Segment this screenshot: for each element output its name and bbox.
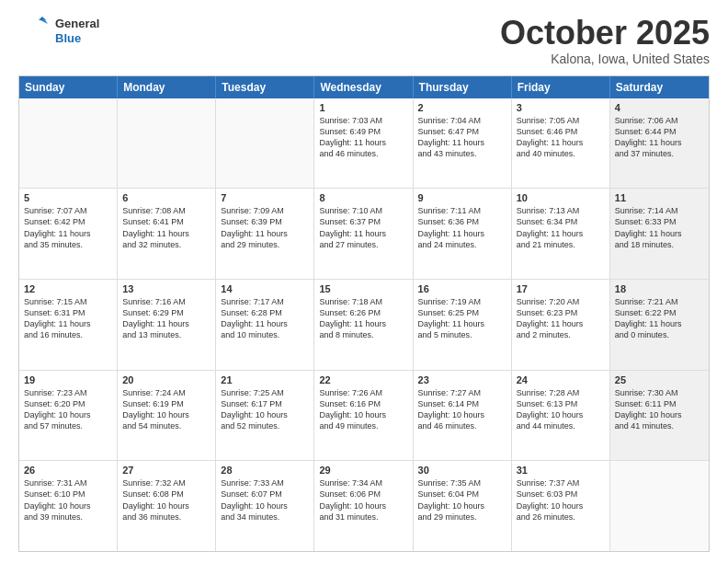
day-number: 20: [122, 374, 210, 385]
day-number: 6: [122, 192, 210, 203]
day-number: 7: [221, 192, 309, 203]
day-number: 8: [319, 192, 407, 203]
calendar-cell: 20Sunrise: 7:24 AM Sunset: 6:19 PM Dayli…: [118, 371, 216, 461]
cell-info: Sunrise: 7:35 AM Sunset: 6:04 PM Dayligh…: [418, 477, 506, 523]
header-day-friday: Friday: [512, 76, 610, 98]
day-number: 2: [418, 102, 506, 113]
month-title: October 2025: [500, 15, 710, 52]
calendar-cell: 18Sunrise: 7:21 AM Sunset: 6:22 PM Dayli…: [610, 280, 709, 370]
header: General Blue October 2025 Kalona, Iowa, …: [18, 15, 710, 66]
day-number: 10: [517, 192, 605, 203]
day-number: 9: [418, 192, 506, 203]
calendar-cell: 1Sunrise: 7:03 AM Sunset: 6:49 PM Daylig…: [314, 98, 413, 189]
header-day-wednesday: Wednesday: [314, 76, 413, 98]
cell-info: Sunrise: 7:32 AM Sunset: 6:08 PM Dayligh…: [122, 477, 210, 523]
header-day-monday: Monday: [118, 76, 216, 98]
calendar-cell: 30Sunrise: 7:35 AM Sunset: 6:04 PM Dayli…: [414, 461, 512, 551]
calendar-cell: 13Sunrise: 7:16 AM Sunset: 6:29 PM Dayli…: [118, 280, 216, 370]
calendar-cell: 9Sunrise: 7:11 AM Sunset: 6:36 PM Daylig…: [414, 189, 512, 279]
cell-info: Sunrise: 7:16 AM Sunset: 6:29 PM Dayligh…: [122, 296, 210, 341]
calendar-cell: 7Sunrise: 7:09 AM Sunset: 6:39 PM Daylig…: [216, 189, 314, 279]
day-number: 17: [517, 283, 605, 294]
calendar-cell: 27Sunrise: 7:32 AM Sunset: 6:08 PM Dayli…: [118, 461, 216, 551]
day-number: 14: [221, 283, 309, 294]
title-block: October 2025 Kalona, Iowa, United States: [500, 15, 710, 66]
header-day-sunday: Sunday: [19, 76, 118, 98]
logo-container: General Blue: [18, 15, 99, 48]
day-number: 27: [122, 465, 210, 476]
cell-info: Sunrise: 7:27 AM Sunset: 6:14 PM Dayligh…: [418, 387, 506, 432]
cell-info: Sunrise: 7:37 AM Sunset: 6:03 PM Dayligh…: [517, 477, 605, 523]
logo: General Blue: [18, 15, 99, 48]
cell-info: Sunrise: 7:20 AM Sunset: 6:23 PM Dayligh…: [517, 296, 605, 341]
calendar-cell: [216, 98, 314, 189]
calendar-cell: [118, 98, 216, 189]
calendar-cell: 4Sunrise: 7:06 AM Sunset: 6:44 PM Daylig…: [610, 98, 709, 189]
calendar-cell: 21Sunrise: 7:25 AM Sunset: 6:17 PM Dayli…: [216, 371, 314, 461]
day-number: 21: [221, 374, 309, 385]
cell-info: Sunrise: 7:23 AM Sunset: 6:20 PM Dayligh…: [24, 387, 112, 432]
cell-info: Sunrise: 7:15 AM Sunset: 6:31 PM Dayligh…: [24, 296, 112, 341]
day-number: 3: [517, 102, 605, 113]
calendar: SundayMondayTuesdayWednesdayThursdayFrid…: [18, 75, 710, 552]
cell-info: Sunrise: 7:25 AM Sunset: 6:17 PM Dayligh…: [221, 387, 309, 432]
cell-info: Sunrise: 7:08 AM Sunset: 6:41 PM Dayligh…: [122, 205, 210, 250]
calendar-cell: 5Sunrise: 7:07 AM Sunset: 6:42 PM Daylig…: [19, 189, 118, 279]
page: General Blue October 2025 Kalona, Iowa, …: [0, 0, 728, 563]
cell-info: Sunrise: 7:18 AM Sunset: 6:26 PM Dayligh…: [319, 296, 407, 341]
calendar-body: 1Sunrise: 7:03 AM Sunset: 6:49 PM Daylig…: [19, 98, 709, 551]
day-number: 25: [615, 374, 704, 385]
week-row-2: 5Sunrise: 7:07 AM Sunset: 6:42 PM Daylig…: [19, 189, 709, 280]
day-number: 12: [24, 283, 112, 294]
calendar-cell: 16Sunrise: 7:19 AM Sunset: 6:25 PM Dayli…: [414, 280, 512, 370]
cell-info: Sunrise: 7:33 AM Sunset: 6:07 PM Dayligh…: [221, 477, 309, 523]
calendar-cell: 31Sunrise: 7:37 AM Sunset: 6:03 PM Dayli…: [512, 461, 610, 551]
cell-info: Sunrise: 7:10 AM Sunset: 6:37 PM Dayligh…: [319, 205, 407, 250]
calendar-cell: 3Sunrise: 7:05 AM Sunset: 6:46 PM Daylig…: [512, 98, 610, 189]
cell-info: Sunrise: 7:19 AM Sunset: 6:25 PM Dayligh…: [418, 296, 506, 341]
cell-info: Sunrise: 7:13 AM Sunset: 6:34 PM Dayligh…: [517, 205, 605, 250]
calendar-cell: 23Sunrise: 7:27 AM Sunset: 6:14 PM Dayli…: [414, 371, 512, 461]
logo-text: General Blue: [55, 17, 99, 45]
calendar-cell: 12Sunrise: 7:15 AM Sunset: 6:31 PM Dayli…: [19, 280, 118, 370]
calendar-cell: 11Sunrise: 7:14 AM Sunset: 6:33 PM Dayli…: [610, 189, 709, 279]
cell-info: Sunrise: 7:14 AM Sunset: 6:33 PM Dayligh…: [615, 205, 704, 250]
cell-info: Sunrise: 7:34 AM Sunset: 6:06 PM Dayligh…: [319, 477, 407, 523]
cell-info: Sunrise: 7:31 AM Sunset: 6:10 PM Dayligh…: [24, 477, 112, 523]
day-number: 18: [615, 283, 704, 294]
day-number: 11: [615, 192, 704, 203]
calendar-cell: 6Sunrise: 7:08 AM Sunset: 6:41 PM Daylig…: [118, 189, 216, 279]
cell-info: Sunrise: 7:28 AM Sunset: 6:13 PM Dayligh…: [517, 387, 605, 432]
day-number: 13: [122, 283, 210, 294]
cell-info: Sunrise: 7:07 AM Sunset: 6:42 PM Dayligh…: [24, 205, 112, 250]
calendar-cell: 26Sunrise: 7:31 AM Sunset: 6:10 PM Dayli…: [19, 461, 118, 551]
day-number: 23: [418, 374, 506, 385]
cell-info: Sunrise: 7:09 AM Sunset: 6:39 PM Dayligh…: [221, 205, 309, 250]
week-row-3: 12Sunrise: 7:15 AM Sunset: 6:31 PM Dayli…: [19, 280, 709, 371]
cell-info: Sunrise: 7:17 AM Sunset: 6:28 PM Dayligh…: [221, 296, 309, 341]
cell-info: Sunrise: 7:21 AM Sunset: 6:22 PM Dayligh…: [615, 296, 704, 341]
cell-info: Sunrise: 7:30 AM Sunset: 6:11 PM Dayligh…: [615, 387, 704, 432]
calendar-cell: 29Sunrise: 7:34 AM Sunset: 6:06 PM Dayli…: [314, 461, 413, 551]
calendar-header: SundayMondayTuesdayWednesdayThursdayFrid…: [19, 76, 709, 98]
cell-info: Sunrise: 7:05 AM Sunset: 6:46 PM Dayligh…: [517, 115, 605, 160]
calendar-cell: 28Sunrise: 7:33 AM Sunset: 6:07 PM Dayli…: [216, 461, 314, 551]
cell-info: Sunrise: 7:06 AM Sunset: 6:44 PM Dayligh…: [615, 115, 704, 160]
calendar-cell: 24Sunrise: 7:28 AM Sunset: 6:13 PM Dayli…: [512, 371, 610, 461]
day-number: 24: [517, 374, 605, 385]
calendar-cell: 19Sunrise: 7:23 AM Sunset: 6:20 PM Dayli…: [19, 371, 118, 461]
calendar-cell: 10Sunrise: 7:13 AM Sunset: 6:34 PM Dayli…: [512, 189, 610, 279]
location: Kalona, Iowa, United States: [500, 52, 710, 66]
header-day-saturday: Saturday: [610, 76, 709, 98]
calendar-cell: 15Sunrise: 7:18 AM Sunset: 6:26 PM Dayli…: [314, 280, 413, 370]
day-number: 30: [418, 465, 506, 476]
day-number: 16: [418, 283, 506, 294]
logo-general: General: [55, 17, 99, 31]
week-row-1: 1Sunrise: 7:03 AM Sunset: 6:49 PM Daylig…: [19, 98, 709, 190]
day-number: 31: [517, 465, 605, 476]
day-number: 15: [319, 283, 407, 294]
day-number: 28: [221, 465, 309, 476]
day-number: 26: [24, 465, 112, 476]
header-day-tuesday: Tuesday: [216, 76, 314, 98]
week-row-4: 19Sunrise: 7:23 AM Sunset: 6:20 PM Dayli…: [19, 371, 709, 462]
